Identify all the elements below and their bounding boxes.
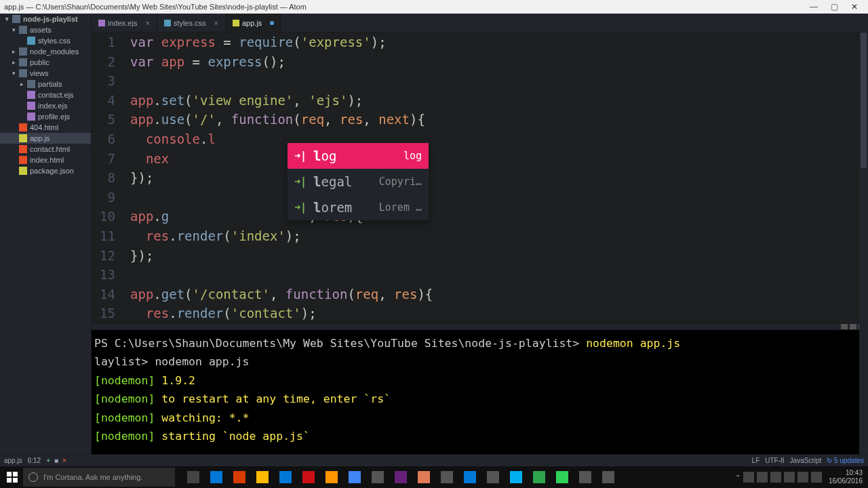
- tab-close-icon[interactable]: ×: [214, 19, 218, 27]
- tree-item-contact.html[interactable]: contact.html: [0, 144, 91, 155]
- panel-resize-bar[interactable]: [92, 323, 868, 330]
- tab-label: index.ejs: [108, 19, 137, 27]
- taskbar-app[interactable]: [251, 466, 274, 488]
- taskbar-app[interactable]: [528, 466, 551, 488]
- panel-icon[interactable]: [841, 324, 848, 329]
- taskbar-app[interactable]: [389, 466, 412, 488]
- taskbar-app[interactable]: [412, 466, 435, 488]
- tree-item-profile.ejs[interactable]: profile.ejs: [0, 111, 91, 122]
- taskbar-app[interactable]: [505, 466, 528, 488]
- taskbar-app[interactable]: [228, 466, 251, 488]
- taskbar-app[interactable]: [182, 466, 205, 488]
- snippet-icon: ➜|: [294, 146, 307, 166]
- chevron-icon: ▸: [20, 81, 27, 87]
- taskbar-clock[interactable]: 10:43 16/06/2016: [825, 469, 863, 485]
- project-root[interactable]: ▾ node-js-playlist: [0, 14, 91, 24]
- tree-label: index.ejs: [38, 102, 67, 110]
- tray-chevron-icon[interactable]: ⌃: [735, 474, 741, 481]
- autocomplete-item[interactable]: ➜|loremLorem …: [288, 195, 429, 220]
- taskbar-app[interactable]: [597, 466, 620, 488]
- tree-label: assets: [30, 26, 52, 34]
- tray-icon[interactable]: [797, 472, 808, 483]
- tray-icon[interactable]: [757, 472, 768, 483]
- tree-item-index.html[interactable]: index.html: [0, 155, 91, 165]
- project-name: node-js-playlist: [23, 15, 78, 23]
- taskbar-app[interactable]: [297, 466, 320, 488]
- taskbar-app[interactable]: [274, 466, 297, 488]
- tray-icon[interactable]: [743, 472, 754, 483]
- system-tray[interactable]: ⌃ 10:43 16/06/2016: [735, 469, 867, 485]
- taskbar-app[interactable]: [343, 466, 366, 488]
- chevron-icon: ▾: [12, 26, 19, 33]
- js-icon: [19, 134, 27, 142]
- modified-dot-icon: [270, 21, 274, 25]
- tree-item-index.ejs[interactable]: index.ejs: [0, 100, 91, 111]
- tree-item-app.js[interactable]: app.js: [0, 133, 91, 144]
- maximize-button[interactable]: ▢: [825, 1, 844, 13]
- tree-item-views[interactable]: ▾views: [0, 68, 91, 79]
- autocomplete-hint: Lorem …: [379, 198, 422, 218]
- taskbar-app[interactable]: [205, 466, 228, 488]
- search-placeholder: I'm Cortana. Ask me anything.: [43, 473, 142, 481]
- tab-label: styles.css: [174, 19, 206, 27]
- taskbar-app[interactable]: [320, 466, 343, 488]
- tree-item-styles.css[interactable]: styles.css: [0, 35, 91, 46]
- titlebar: app.js — C:\Users\Shaun\Documents\My Web…: [0, 0, 868, 14]
- tab-close-icon[interactable]: ×: [145, 19, 149, 27]
- tree-label: profile.ejs: [38, 113, 70, 121]
- editor-scrollbar[interactable]: [859, 33, 868, 454]
- tree-item-node_modules[interactable]: ▸node_modules: [0, 46, 91, 57]
- tree-item-package.json[interactable]: package.json: [0, 165, 91, 176]
- language-mode[interactable]: JavaScript: [790, 457, 822, 464]
- start-button[interactable]: [1, 466, 23, 488]
- tray-icon[interactable]: [784, 472, 795, 483]
- tree-item-partials[interactable]: ▸partials: [0, 79, 91, 89]
- css-icon: [27, 37, 35, 45]
- tree-item-404.html[interactable]: 404.html: [0, 122, 91, 133]
- window-title: app.js — C:\Users\Shaun\Documents\My Web…: [4, 3, 307, 11]
- tree-item-public[interactable]: ▸public: [0, 57, 91, 68]
- taskbar-app[interactable]: [435, 466, 458, 488]
- tab-index.ejs[interactable]: index.ejs×: [92, 14, 157, 32]
- tray-icon[interactable]: [770, 472, 781, 483]
- taskbar-app[interactable]: [366, 466, 389, 488]
- code-area[interactable]: var express = require('express'); var ap…: [122, 33, 868, 323]
- tab-styles.css[interactable]: styles.css×: [157, 14, 226, 32]
- cortana-search[interactable]: I'm Cortana. Ask me anything.: [23, 468, 175, 487]
- tray-icon[interactable]: [811, 472, 822, 483]
- svg-rect-1: [13, 472, 18, 476]
- updates-badge[interactable]: ↻ 5 updates: [827, 457, 864, 464]
- autocomplete-label: lorem: [313, 198, 379, 218]
- file-icon: [98, 20, 105, 26]
- status-file[interactable]: app.js: [4, 457, 22, 464]
- tab-app.js[interactable]: app.js: [226, 14, 281, 32]
- chevron-icon: ▸: [12, 59, 19, 66]
- encoding[interactable]: UTF-8: [765, 457, 784, 464]
- git-status[interactable]: + ■ ×: [46, 457, 66, 464]
- tree-label: index.html: [30, 156, 64, 164]
- taskbar-app[interactable]: [574, 466, 597, 488]
- tab-label: app.js: [242, 19, 262, 27]
- taskbar-app[interactable]: [551, 466, 574, 488]
- file-tree[interactable]: ▾ node-js-playlist ▾assetsstyles.css▸nod…: [0, 14, 92, 454]
- svg-rect-2: [7, 478, 12, 483]
- ejs-icon: [27, 102, 35, 110]
- close-button[interactable]: ✕: [845, 1, 864, 13]
- line-ending[interactable]: LF: [752, 457, 760, 464]
- tree-item-assets[interactable]: ▾assets: [0, 24, 91, 35]
- tree-item-contact.ejs[interactable]: contact.ejs: [0, 89, 91, 100]
- terminal-panel[interactable]: PS C:\Users\Shaun\Documents\My Web Sites…: [92, 330, 868, 454]
- panel-icon[interactable]: [850, 324, 856, 329]
- minimize-button[interactable]: —: [804, 1, 823, 13]
- autocomplete-popup[interactable]: ➜|loglog➜|legalCopyri…➜|loremLorem …: [288, 143, 429, 220]
- taskbar-app[interactable]: [481, 466, 505, 488]
- cursor-position[interactable]: 6:12: [28, 457, 41, 464]
- html-icon: [19, 156, 27, 164]
- status-bar: app.js 6:12 + ■ × LF UTF-8 JavaScript ↻ …: [0, 454, 868, 466]
- snippet-icon: ➜|: [294, 172, 307, 192]
- autocomplete-item[interactable]: ➜|loglog: [288, 143, 429, 169]
- autocomplete-item[interactable]: ➜|legalCopyri…: [288, 169, 429, 195]
- html-icon: [19, 123, 27, 131]
- taskbar-app[interactable]: [458, 466, 481, 488]
- autocomplete-label: legal: [313, 172, 379, 192]
